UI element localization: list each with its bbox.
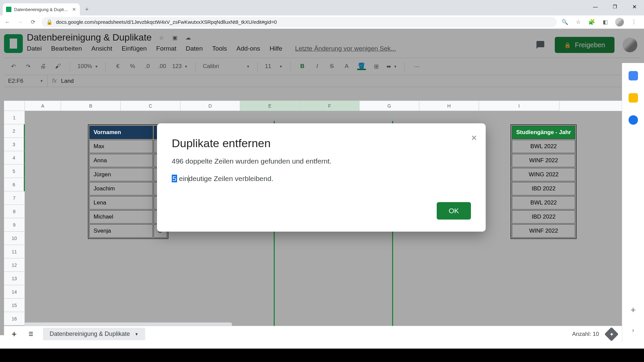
maximize-window-button[interactable]: ❐ [605,0,625,13]
remove-duplicates-dialog: × Duplikate entfernen 496 doppelte Zeile… [157,123,486,232]
table-row: WINF 2022 [512,224,575,238]
bookmark-star-icon[interactable]: ☆ [575,19,582,25]
table-row: MichaelF [89,210,167,224]
row-header[interactable]: 7 [4,191,25,205]
lock-icon: 🔒 [46,19,53,25]
table-row: JürgenF [89,168,167,181]
sheets-favicon [6,7,11,12]
row-header[interactable]: 16 [4,312,25,325]
dialog-message-2: 5 eindeutige Zeilen verbleibend. [172,175,471,183]
row-header[interactable]: 11 [4,245,25,258]
row-header[interactable]: 4 [4,151,25,165]
tab-title: Datenbereinigung & Duplikate - [14,7,69,12]
table-row: JoachimM [89,182,167,195]
column-header[interactable]: E [240,101,300,111]
new-tab-button[interactable]: + [82,4,92,14]
column-header[interactable]: A [25,101,61,111]
extensions-icon[interactable]: 🧩 [588,19,595,25]
dialog-title: Duplikate entfernen [172,137,471,150]
table-row: SvenjaS [89,224,167,238]
data-table: VornamenN MaxM AnnaM JürgenF JoachimM Le… [88,124,168,239]
courses-table: Studiengänge - Jahr BWL 2022 WINF 2022 W… [511,124,577,239]
column-header[interactable]: C [121,101,180,111]
chrome-tab[interactable]: Datenbereinigung & Duplikate - ✕ [3,3,80,15]
row-header[interactable]: 5 [4,165,25,178]
row-header[interactable]: 6 [4,178,25,191]
row-header[interactable]: 15 [4,299,25,312]
table-row: WINF 2022 [512,154,575,167]
column-header[interactable]: G [360,101,419,111]
table-row: BWL 2022 [512,196,575,209]
row-header[interactable]: 2 [4,124,25,138]
side-panel: + › [622,63,644,342]
table-row: MaxM [89,140,167,153]
row-header[interactable]: 13 [4,272,25,285]
nav-forward-button[interactable]: → [16,18,24,26]
table-row: LenaH [89,196,167,209]
add-sheet-button[interactable]: + [9,329,19,339]
dialog-message-1: 496 doppelte Zeilen wurden gefunden und … [172,157,471,165]
row-header[interactable]: 9 [4,218,25,232]
sheet-tab-bar: + ☰ Datenbereinigung & Duplikate ▼ Anzah… [4,326,622,342]
table-row: IBD 2022 [512,182,575,195]
column-header[interactable]: F [300,101,360,111]
chrome-tab-strip: Datenbereinigung & Duplikate - ✕ + — ❐ ✕ [0,0,644,15]
nav-back-button[interactable]: ← [3,18,11,26]
table-header[interactable]: Vornamen [89,126,153,139]
column-header[interactable]: B [61,101,121,111]
zoom-icon[interactable]: 🔍 [561,19,568,25]
explore-button[interactable]: ✦ [604,327,619,341]
close-icon[interactable]: ✕ [72,7,76,12]
close-window-button[interactable]: ✕ [625,0,644,13]
selection-count-label[interactable]: Anzahl: 10 [572,331,599,338]
column-header[interactable]: D [180,101,240,111]
row-header[interactable]: 12 [4,258,25,272]
calendar-addon-icon[interactable] [629,71,638,80]
table-row: AnnaM [89,154,167,167]
row-header[interactable]: 14 [4,285,25,299]
keep-addon-icon[interactable] [629,93,638,103]
chrome-address-bar: ← → ⟳ 🔒 docs.google.com/spreadsheets/d/1… [0,15,644,29]
row-header[interactable]: 10 [4,232,25,245]
row-header[interactable]: 3 [4,138,25,151]
maps-addon-icon[interactable] [629,115,638,125]
get-addons-button[interactable]: + [631,305,636,315]
column-header[interactable]: I [479,101,559,111]
omnibox[interactable]: 🔒 docs.google.com/spreadsheets/d/1Jevzbk… [42,17,557,27]
url-text: docs.google.com/spreadsheets/d/1Jevzbkqc… [56,19,552,25]
sheet-tab[interactable]: Datenbereinigung & Duplikate ▼ [43,328,145,340]
table-row: IBD 2022 [512,210,575,224]
chevron-down-icon[interactable]: ▼ [135,332,139,337]
chrome-extension-icon[interactable]: ◧ [602,19,608,25]
all-sheets-button[interactable]: ☰ [26,329,36,339]
column-header[interactable]: H [419,101,479,111]
table-row: BWL 2022 [512,140,575,153]
select-all-corner[interactable] [4,101,25,111]
dialog-close-button[interactable]: × [471,132,477,143]
row-header[interactable]: 1 [4,111,25,124]
chrome-menu-icon[interactable]: ⋮ [631,19,637,25]
nav-reload-button[interactable]: ⟳ [29,18,37,26]
side-panel-collapse-icon[interactable]: › [632,327,634,334]
chrome-profile-avatar[interactable] [615,18,624,26]
minimize-window-button[interactable]: — [586,0,605,13]
row-header[interactable]: 8 [4,205,25,218]
table-row: WING 2022 [512,168,575,181]
courses-header[interactable]: Studiengänge - Jahr [512,126,575,139]
dialog-ok-button[interactable]: OK [437,202,471,220]
